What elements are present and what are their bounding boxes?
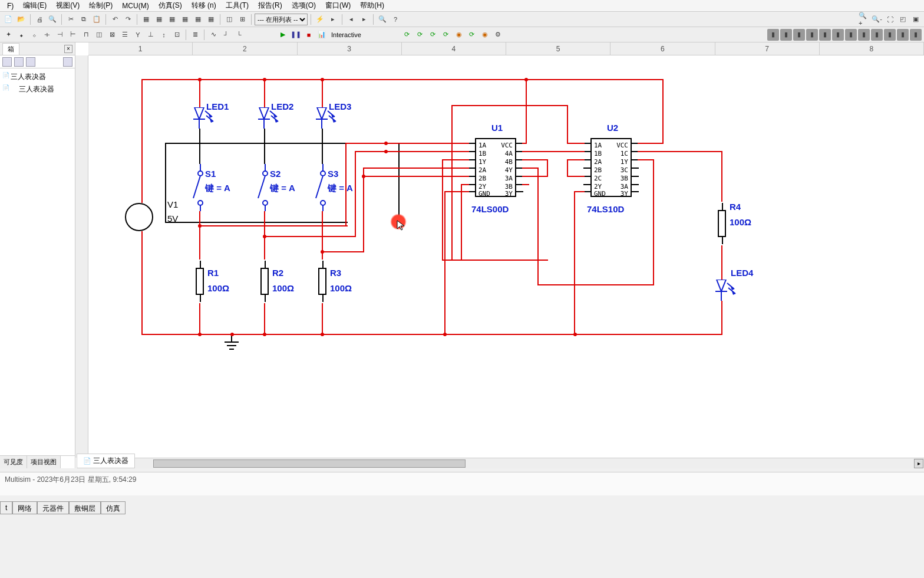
wire-black[interactable]	[199, 143, 200, 164]
wire[interactable]	[522, 168, 539, 169]
grid-icon[interactable]: ▦	[140, 14, 152, 25]
wire[interactable]	[638, 143, 664, 144]
inst-e-icon[interactable]: ▮	[819, 29, 831, 41]
inst-b-icon[interactable]: ▮	[780, 29, 792, 41]
wire[interactable]	[662, 79, 664, 144]
grid3-icon[interactable]: ▦	[166, 14, 178, 25]
instr1-icon[interactable]: ⟳	[401, 29, 413, 41]
wire[interactable]	[638, 159, 654, 160]
wire-black[interactable]	[199, 129, 200, 144]
toolbox-ic2[interactable]	[14, 57, 24, 67]
resistor-r2[interactable]	[260, 268, 269, 295]
wire[interactable]	[721, 151, 722, 202]
comp5-icon[interactable]: ⊣	[54, 29, 66, 41]
inst-g-icon[interactable]: ▮	[845, 29, 857, 41]
inst-h-icon[interactable]: ▮	[858, 29, 870, 41]
wire[interactable]	[141, 79, 664, 80]
resistor-r4[interactable]	[718, 210, 726, 237]
wire[interactable]	[444, 191, 469, 192]
wire[interactable]	[442, 159, 469, 160]
wire[interactable]	[444, 191, 446, 335]
design-tree[interactable]: 三人表决器 三人表决器	[0, 68, 75, 455]
scroll-right-icon[interactable]: ▸	[914, 459, 923, 468]
wire[interactable]	[451, 105, 453, 261]
comp14-icon[interactable]: ⊡	[171, 29, 183, 41]
full-icon[interactable]: ▣	[910, 14, 922, 25]
inst-j-icon[interactable]: ▮	[884, 29, 896, 41]
resistor-r1[interactable]	[196, 268, 204, 295]
chip-u1[interactable]: 1A 1B 1Y 2A 2B 2Y GND VCC 4A 4B 4Y 3A 3B…	[475, 138, 516, 197]
zoom-in-icon[interactable]: 🔍+	[858, 14, 870, 25]
wire-black[interactable]	[165, 222, 348, 223]
wire[interactable]	[355, 151, 356, 237]
bus-icon[interactable]: ≣	[189, 29, 201, 41]
wire[interactable]	[345, 143, 346, 226]
run-icon[interactable]: ▶	[277, 29, 289, 41]
undo-icon[interactable]: ↶	[109, 14, 121, 25]
junction-icon[interactable]: ┘	[220, 29, 232, 41]
led2-symbol[interactable]	[253, 107, 286, 137]
tab-visibility[interactable]: 可见度	[0, 456, 27, 468]
grid6-icon[interactable]: ▦	[205, 14, 217, 25]
comp2-icon[interactable]: ⬥	[15, 29, 27, 41]
probe-icon[interactable]: ⚡	[314, 14, 326, 25]
wire[interactable]	[264, 79, 265, 107]
wire[interactable]	[526, 79, 527, 144]
horizontal-scrollbar[interactable]: ◂ ▸	[88, 458, 924, 468]
schematic-canvas[interactable]: LED1 LED2 LED3 S1 键 = A S2 键 = A S3 键 = …	[88, 55, 924, 458]
wire-black[interactable]	[322, 129, 323, 144]
wire[interactable]	[442, 159, 443, 261]
wire[interactable]	[199, 79, 200, 107]
wire[interactable]	[567, 143, 585, 144]
tree-root[interactable]: 三人表决器	[2, 71, 72, 83]
menu-options[interactable]: 选项(O)	[287, 1, 321, 11]
wire[interactable]	[567, 159, 568, 177]
menu-help[interactable]: 帮助(H)	[355, 1, 389, 11]
in-use-list-dropdown[interactable]: --- 在用列表 ---	[255, 14, 308, 25]
comp10-icon[interactable]: ☰	[119, 29, 131, 41]
wire[interactable]	[567, 159, 585, 160]
voltage-source[interactable]	[125, 203, 153, 231]
wire-black[interactable]	[165, 143, 166, 223]
tool11-icon[interactable]: ◂	[345, 14, 357, 25]
inst-d-icon[interactable]: ▮	[806, 29, 818, 41]
wire[interactable]	[199, 303, 200, 335]
wire[interactable]	[442, 260, 548, 261]
wire[interactable]	[451, 105, 568, 106]
wire[interactable]	[522, 159, 548, 160]
wire[interactable]	[721, 301, 722, 335]
comp12-icon[interactable]: ⊥	[145, 29, 157, 41]
new-icon[interactable]: 📄	[2, 14, 14, 25]
menu-file[interactable]: F)	[2, 2, 18, 10]
menu-tools[interactable]: 工具(T)	[221, 1, 253, 11]
stop-icon[interactable]: ■	[303, 29, 315, 41]
comp7-icon[interactable]: ⊓	[80, 29, 92, 41]
btab-components[interactable]: 元器件	[37, 501, 69, 514]
wire[interactable]	[199, 225, 346, 226]
comp6-icon[interactable]: ⊢	[67, 29, 79, 41]
wire-icon[interactable]: ∿	[207, 29, 219, 41]
wire[interactable]	[653, 159, 654, 285]
instr4-icon[interactable]: ⟳	[440, 29, 452, 41]
cut-icon[interactable]: ✂	[65, 14, 77, 25]
tab-project-view[interactable]: 项目视图	[27, 456, 61, 468]
wire[interactable]	[522, 184, 529, 185]
menu-transfer[interactable]: 转移 (n)	[187, 1, 221, 11]
wire[interactable]	[264, 236, 356, 237]
wire[interactable]	[141, 79, 143, 203]
text-icon[interactable]: └	[233, 29, 245, 41]
inst-k-icon[interactable]: ▮	[897, 29, 909, 41]
ground-symbol[interactable]	[223, 334, 240, 352]
toolbox-ic4[interactable]	[63, 57, 72, 67]
inst-f-icon[interactable]: ▮	[832, 29, 844, 41]
wire[interactable]	[264, 236, 265, 260]
instr6-icon[interactable]: ⟳	[466, 29, 478, 41]
comp11-icon[interactable]: Y	[132, 29, 144, 41]
led3-symbol[interactable]	[311, 107, 344, 137]
tree-child[interactable]: 三人表决器	[2, 83, 72, 96]
copy-icon[interactable]: ⧉	[78, 14, 90, 25]
resistor-r3[interactable]	[318, 268, 326, 295]
wire[interactable]	[461, 184, 462, 261]
comp3-icon[interactable]: ⬦	[28, 29, 40, 41]
instr7-icon[interactable]: ◉	[479, 29, 491, 41]
